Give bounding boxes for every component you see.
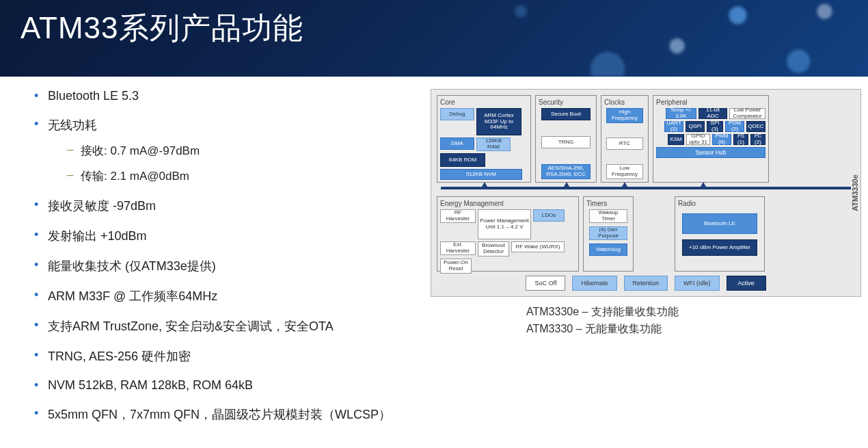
block-cell: Ext. Harvester [440, 241, 476, 255]
block-cell: UART (2) [664, 121, 683, 132]
block-cell: +10 dBm Power Amplifier [682, 239, 757, 256]
block-cell: DMA [440, 137, 474, 150]
power-mode: Hibernate [572, 276, 616, 291]
feature-sub-item: 接收: 0.7 mA@-97dBm [48, 143, 417, 159]
block-cell: LDOs [533, 209, 565, 222]
group-energy: Energy Management RF HarvesterPower Mana… [437, 196, 579, 272]
power-mode: Retention [624, 276, 668, 291]
block-cell: Temp +/- 3.0K [666, 108, 696, 119]
caption-1: ATM3330e – 支持能量收集功能 [526, 305, 861, 319]
block-cell: I²C (2) [750, 134, 765, 145]
block-cell: I²S (1) [733, 134, 748, 145]
block-cell: Wakeup Timer [589, 209, 627, 223]
block-cell: 128KB RAM [476, 137, 511, 151]
group-radio: Radio Bluetooth LE+10 dBm Power Amplifie… [675, 196, 765, 272]
block-cell: TRNG [541, 136, 591, 148]
block-cell: Watchdog [589, 243, 627, 256]
block-cell: 11-bit ADC [699, 108, 727, 119]
group-clocks: Clocks High FrequencyRTCLow Frequency [601, 95, 649, 183]
diagram-bottom-row: Energy Management RF HarvesterPower Mana… [437, 196, 855, 272]
slide-header: ATM33系列产品功能 [0, 0, 868, 77]
block-cell: Power Management Unit 1.1 – 4.2 V [478, 209, 531, 239]
block-cell: PWM (8) [712, 134, 731, 145]
block-cell: 64KB ROM [440, 153, 485, 167]
slide-content: Bluetooth LE 5.3无线功耗接收: 0.7 mA@-97dBm传输:… [0, 77, 868, 436]
block-cell: RF Wake (WURX) [511, 241, 565, 252]
power-mode: WFI (Idle) [675, 276, 720, 291]
feature-sub-item: 传输: 2.1 mA@0dBm [48, 168, 417, 184]
diagram-panel: ATM3330e Core DebugARM Cortex M33F Up to… [431, 89, 861, 436]
block-cell: KSM [668, 134, 684, 145]
group-timers: Timers Wakeup Timer(4) Gen PurposeWatchd… [583, 196, 634, 272]
feature-item: 5x5mm QFN，7x7mm QFN，晶圆级芯片规模封装（WLCSP） [34, 406, 417, 423]
feature-item: Bluetooth LE 5.3 [34, 89, 417, 103]
block-cell: 512KB NVM [440, 169, 522, 180]
power-mode: Active [727, 276, 766, 291]
block-cell: QDEC [746, 121, 765, 132]
power-mode: SoC Off [526, 276, 565, 291]
feature-item: 接收灵敏度 -97dBm [34, 198, 417, 214]
block-cell: RF Harvester [440, 209, 476, 223]
block-cell: ARM Cortex M33F Up to 64MHz [476, 108, 521, 135]
feature-item: 无线功耗接收: 0.7 mA@-97dBm传输: 2.1 mA@0dBm [34, 117, 417, 184]
block-cell: High Frequency [606, 108, 643, 123]
block-diagram: ATM3330e Core DebugARM Cortex M33F Up to… [431, 89, 861, 297]
block-cell: QSPI [686, 121, 705, 132]
feature-list-panel: Bluetooth LE 5.3无线功耗接收: 0.7 mA@-97dBm传输:… [34, 89, 417, 436]
block-cell: RTC [606, 137, 643, 150]
feature-item: ARM M33F @ 工作频率64MHz [34, 288, 417, 304]
block-cell: AES/SHA-256, RSA 2048, ECC [541, 164, 591, 179]
block-cell: Secure Boot [541, 108, 591, 120]
block-cell: PDM (2) [725, 121, 744, 132]
group-security: Security Secure BootTRNGAES/SHA-256, RSA… [535, 95, 597, 183]
group-core: Core DebugARM Cortex M33F Up to 64MHzDMA… [437, 95, 531, 183]
feature-item: NVM 512kB, RAM 128kB, ROM 64kB [34, 378, 417, 393]
block-cell: Brownout Detector [478, 241, 509, 256]
feature-item: 发射输出 +10dBm [34, 228, 417, 244]
diagram-captions: ATM3330e – 支持能量收集功能 ATM3330 – 无能量收集功能 [431, 305, 861, 337]
feature-item: TRNG, AES-256 硬件加密 [34, 348, 417, 365]
block-cell: SPI (3) [707, 121, 723, 132]
group-peripheral: Peripheral Temp +/- 3.0K11-bit ADCLow Po… [653, 95, 769, 183]
slide-title: ATM33系列产品功能 [21, 8, 847, 49]
block-cell: Bluetooth LE [682, 213, 757, 234]
block-cell: Debug [440, 108, 474, 120]
block-cell: Low Frequency [606, 164, 643, 179]
feature-item: 支持ARM TrustZone, 安全启动&安全调试，安全OTA [34, 318, 417, 334]
block-cell: Low Power Comparator [729, 108, 765, 119]
feature-list: Bluetooth LE 5.3无线功耗接收: 0.7 mA@-97dBm传输:… [34, 89, 417, 423]
feature-item: 能量收集技术 (仅ATM33e提供) [34, 258, 417, 274]
power-modes-row: SoC OffHibernateRetentionWFI (Idle)Activ… [437, 276, 855, 291]
block-cell: Power-On Reset [440, 259, 472, 274]
bus-line [441, 187, 851, 189]
block-cell: GPIO upto 31 [686, 134, 710, 145]
diagram-top-row: Core DebugARM Cortex M33F Up to 64MHzDMA… [437, 95, 855, 183]
block-cell: (4) Gen Purpose [589, 226, 627, 240]
caption-2: ATM3330 – 无能量收集功能 [526, 322, 861, 337]
